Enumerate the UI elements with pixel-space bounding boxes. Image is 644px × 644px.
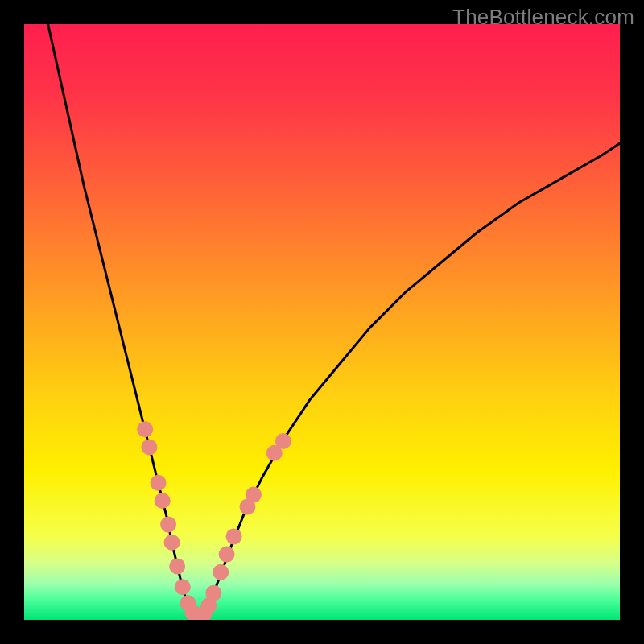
- data-marker: [246, 487, 262, 503]
- data-marker: [213, 564, 229, 580]
- watermark-text: TheBottleneck.com: [452, 5, 634, 30]
- curve-layer: [24, 24, 620, 620]
- data-marker: [155, 493, 171, 509]
- data-marker: [169, 558, 185, 574]
- plot-area: [24, 24, 620, 620]
- data-marker: [275, 433, 291, 449]
- data-marker: [164, 535, 180, 551]
- data-marker: [225, 528, 242, 544]
- data-marker: [219, 547, 235, 563]
- chart-frame: TheBottleneck.com: [0, 0, 644, 644]
- data-marker: [151, 475, 167, 491]
- data-marker: [137, 421, 153, 437]
- marker-group: [137, 421, 291, 620]
- data-marker: [205, 585, 221, 601]
- bottleneck-curve: [48, 24, 620, 618]
- data-marker: [141, 439, 157, 455]
- data-marker: [160, 517, 176, 533]
- data-marker: [175, 579, 191, 595]
